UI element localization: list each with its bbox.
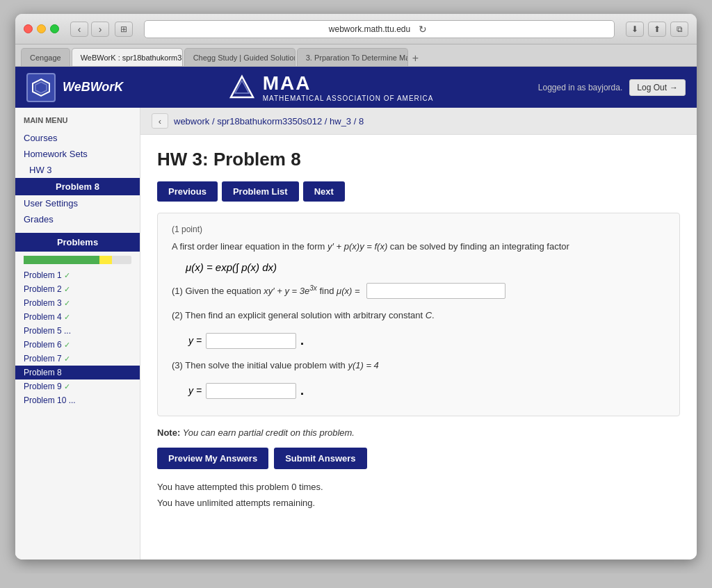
note-label: Note: xyxy=(157,427,180,438)
maa-branding: MAA Mathematical Association of America xyxy=(228,72,434,102)
progress-green-segment xyxy=(24,256,99,264)
answer-label-2: y = xyxy=(188,335,202,346)
progress-bar xyxy=(24,256,131,264)
main-menu-title: MAIN MENU xyxy=(15,116,140,130)
content-area: ‹ webwork / spr18bathukorm3350s012 / hw_… xyxy=(140,108,697,560)
attempts-line-2: You have unlimited attempts remaining. xyxy=(157,495,680,511)
previous-button[interactable]: Previous xyxy=(157,181,218,202)
sidebar-problem-7[interactable]: Problem 7 ✓ xyxy=(15,352,140,366)
progress-bar-container xyxy=(15,252,140,268)
note-italic: You can earn partial credit on this prob… xyxy=(183,427,355,438)
sidebar: MAIN MENU Courses Homework Sets HW 3 Pro… xyxy=(15,108,140,560)
svg-marker-1 xyxy=(35,82,47,93)
logout-button[interactable]: Log Out → xyxy=(629,79,686,96)
maa-logo-icon xyxy=(228,74,256,101)
window-tab-button[interactable]: ⊞ xyxy=(115,22,133,37)
reload-button[interactable]: ↻ xyxy=(416,22,430,36)
logged-in-label: Logged in as bayjorda. xyxy=(538,83,622,92)
sidebar-problem-4[interactable]: Problem 4 ✓ xyxy=(15,310,140,324)
problem-nav-row: Previous Problem List Next xyxy=(157,181,680,202)
sidebar-item-courses[interactable]: Courses xyxy=(15,130,140,146)
sidebar-item-user-settings[interactable]: User Settings xyxy=(15,195,140,211)
browser-forward-button[interactable]: › xyxy=(91,22,109,37)
question-2: (2) Then find an explicit general soluti… xyxy=(172,309,665,323)
browser-back-button[interactable]: ‹ xyxy=(70,22,88,37)
maa-full-name: Mathematical Association of America xyxy=(263,95,434,102)
dot-separator-3: . xyxy=(300,384,304,398)
problem-content: HW 3: Problem 8 Previous Problem List Ne… xyxy=(140,135,697,525)
sidebar-problem-1[interactable]: Problem 1 ✓ xyxy=(15,268,140,282)
submit-answers-button[interactable]: Submit Answers xyxy=(274,448,366,469)
logout-icon: → xyxy=(670,83,678,92)
sidebar-item-grades[interactable]: Grades xyxy=(15,211,140,227)
note-text: Note: You can earn partial credit on thi… xyxy=(157,427,680,438)
question-1: (1) Given the equation xy′ + y = 3e3x fi… xyxy=(172,283,665,299)
download-button[interactable]: ⬇ xyxy=(626,22,644,37)
maa-abbr: MAA xyxy=(263,72,434,95)
new-tab-button[interactable]: + xyxy=(410,52,421,65)
question-3: (3) Then solve the initial value problem… xyxy=(172,359,665,373)
sidebar-problem-8[interactable]: Problem 8 xyxy=(15,366,140,379)
breadcrumb: ‹ webwork / spr18bathukorm3350s012 / hw_… xyxy=(140,108,697,135)
new-tab-duplicate-button[interactable]: ⧉ xyxy=(670,22,688,37)
attempts-line-1: You have attempted this problem 0 times. xyxy=(157,479,680,495)
answer-row-3: y = . xyxy=(188,383,665,399)
share-button[interactable]: ⬆ xyxy=(648,22,666,37)
url-text: webwork.math.ttu.edu xyxy=(329,24,410,34)
action-buttons-row: Preview My Answers Submit Answers xyxy=(157,448,680,469)
next-button[interactable]: Next xyxy=(303,181,345,202)
breadcrumb-path: webwork / spr18bathukorm3350s012 / hw_3 … xyxy=(174,116,364,126)
answer-input-1[interactable] xyxy=(366,283,505,299)
sidebar-problem-2[interactable]: Problem 2 ✓ xyxy=(15,282,140,296)
problem-box: (1 point) A first order linear equation … xyxy=(157,213,680,416)
sidebar-problem-5[interactable]: Problem 5 ... xyxy=(15,324,140,338)
attempts-text: You have attempted this problem 0 times.… xyxy=(157,479,680,512)
site-header: WeBWorK MAA Mathematical Association of … xyxy=(15,67,697,108)
tab-chegg[interactable]: Chegg Study | Guided Solutions an... xyxy=(184,48,296,66)
sidebar-problem-10[interactable]: Problem 10 ... xyxy=(15,393,140,407)
answer-label-3: y = xyxy=(188,385,202,396)
sidebar-problem-6[interactable]: Problem 6 ✓ xyxy=(15,338,140,352)
problem-description: A first order linear equation in the for… xyxy=(172,240,665,254)
tab-cengage[interactable]: Cengage xyxy=(21,48,70,66)
webwork-text: WeBWorK xyxy=(63,80,123,95)
preview-answers-button[interactable]: Preview My Answers xyxy=(157,448,268,469)
webwork-logo: WeBWorK xyxy=(26,73,123,102)
tab-webwork[interactable]: WeBWorK : spr18bathukorm3350s01.... xyxy=(72,48,183,66)
sidebar-item-hw3[interactable]: HW 3 xyxy=(15,162,140,178)
points-text: (1 point) xyxy=(172,224,665,234)
answer-input-2[interactable] xyxy=(206,333,296,349)
breadcrumb-back-button[interactable]: ‹ xyxy=(152,113,168,129)
sidebar-current-problem: Problem 8 xyxy=(15,178,140,195)
tab-preparation[interactable]: 3. Prparation To Determine Mass P.... xyxy=(297,48,408,66)
close-button[interactable] xyxy=(24,24,33,33)
sidebar-problem-9[interactable]: Problem 9 ✓ xyxy=(15,379,140,393)
address-bar[interactable]: webwork.math.ttu.edu ↻ xyxy=(144,20,615,38)
math-formula: μ(x) = exp(∫ p(x) dx) xyxy=(186,261,665,273)
problem-title: HW 3: Problem 8 xyxy=(157,149,680,170)
answer-input-3[interactable] xyxy=(206,383,296,399)
problems-section-title: Problems xyxy=(15,233,140,252)
sidebar-problem-3[interactable]: Problem 3 ✓ xyxy=(15,296,140,310)
progress-yellow-segment xyxy=(99,256,113,264)
maximize-button[interactable] xyxy=(50,24,59,33)
sidebar-item-homework-sets[interactable]: Homework Sets xyxy=(15,146,140,162)
minimize-button[interactable] xyxy=(37,24,46,33)
answer-row-2: y = . xyxy=(188,333,665,349)
problem-list-button[interactable]: Problem List xyxy=(222,181,299,202)
webwork-icon xyxy=(26,73,56,102)
dot-separator-2: . xyxy=(300,334,304,348)
